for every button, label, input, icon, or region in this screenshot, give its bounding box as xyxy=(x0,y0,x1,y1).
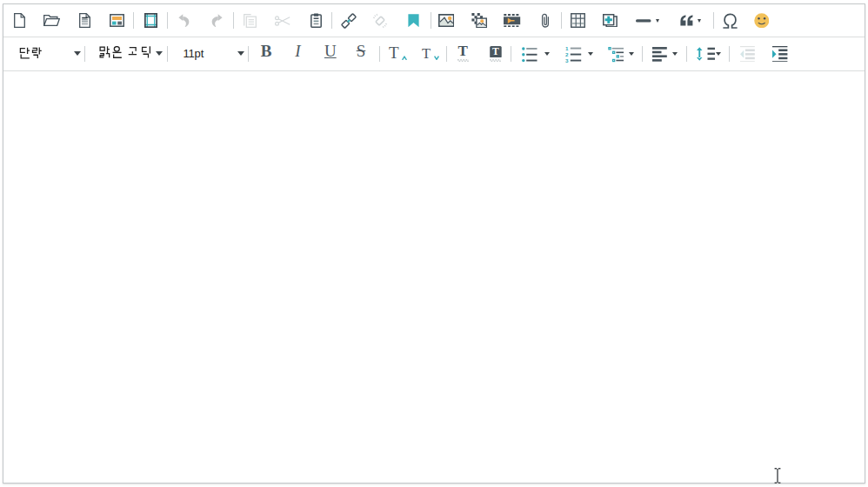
svg-text:T: T xyxy=(492,46,499,57)
svg-text:3: 3 xyxy=(565,57,569,63)
svg-text:2: 2 xyxy=(565,51,569,57)
